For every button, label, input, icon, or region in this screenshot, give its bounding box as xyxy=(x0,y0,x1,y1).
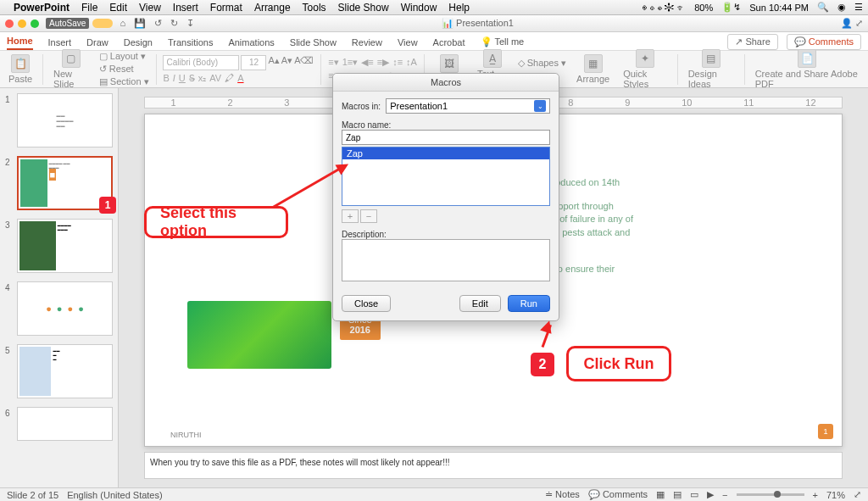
slide-thumb-1[interactable]: ▬▬▬▬▬▬▬▬ xyxy=(17,93,113,148)
tab-acrobat[interactable]: Acrobat xyxy=(433,35,465,50)
menu-insert[interactable]: Insert xyxy=(173,2,198,14)
notes-toggle[interactable]: ≐ Notes xyxy=(545,489,580,500)
font-size-input[interactable] xyxy=(241,55,266,70)
spacing-button[interactable]: AV xyxy=(209,73,221,84)
close-button[interactable]: Close xyxy=(342,295,391,312)
reset-button[interactable]: ↺ Reset xyxy=(99,64,149,75)
tab-view[interactable]: View xyxy=(398,35,418,50)
bullets-button[interactable]: ≡▾ xyxy=(328,57,338,68)
indent-dec-button[interactable]: ◀≡ xyxy=(361,57,373,68)
minimize-window-icon[interactable] xyxy=(18,19,26,28)
zoom-out-icon[interactable]: − xyxy=(722,490,727,500)
comments-toggle[interactable]: 💬 Comments xyxy=(588,489,648,500)
app-menu[interactable]: PowerPoint xyxy=(14,2,70,14)
macro-list-item-selected[interactable]: Zap xyxy=(342,148,549,159)
spotlight-icon[interactable]: 🔍 xyxy=(817,2,829,13)
tab-animations[interactable]: Animations xyxy=(228,35,274,50)
clock: Sun 10:44 PM xyxy=(749,3,809,13)
quick-styles-button[interactable]: ✦Quick Styles xyxy=(620,49,670,89)
zoom-window-icon[interactable] xyxy=(31,19,39,28)
adobe-pdf-button[interactable]: 📄Create and Share Adobe PDF xyxy=(752,49,863,89)
bold-button[interactable]: B xyxy=(163,73,169,84)
sub-button[interactable]: x₂ xyxy=(198,73,207,84)
slide-thumb-4[interactable]: ●●●● xyxy=(17,281,113,336)
indent-inc-button[interactable]: ≡▶ xyxy=(377,57,389,68)
menu-format[interactable]: Format xyxy=(210,2,242,14)
tell-me[interactable]: 💡 Tell me xyxy=(481,34,525,50)
add-macro-button[interactable]: + xyxy=(342,209,359,223)
slide-thumb-3[interactable]: ▬▬▬▬▬▬▬ xyxy=(17,219,113,273)
macro-name-input[interactable] xyxy=(342,130,550,145)
text-dir-button[interactable]: ↕A xyxy=(406,57,417,68)
menu-view[interactable]: View xyxy=(139,2,161,14)
menu-window[interactable]: Window xyxy=(401,2,437,14)
highlight-button[interactable]: 🖍 xyxy=(225,73,234,84)
slide-thumb-2[interactable]: ▬▬▬▬ ▬▬▬▬▬■ 1 xyxy=(17,156,113,210)
menu-file[interactable]: File xyxy=(81,2,97,14)
view-slideshow-icon[interactable]: ▶ xyxy=(707,489,714,500)
macro-list[interactable]: Zap xyxy=(342,147,550,206)
notes-pane[interactable]: When you try to save this file as a PDF,… xyxy=(144,452,843,479)
shapes-button[interactable]: ◇ Shapes ▾ xyxy=(518,58,566,69)
qat-more-icon[interactable]: ↧ xyxy=(186,18,194,29)
home-icon[interactable]: ⌂ xyxy=(120,18,125,29)
view-reading-icon[interactable]: ▭ xyxy=(690,489,698,500)
clear-format-icon[interactable]: A⌫ xyxy=(294,55,314,70)
slide-thumb-6[interactable] xyxy=(17,407,113,441)
font-color-button[interactable]: A xyxy=(237,73,243,84)
zoom-percent[interactable]: 71% xyxy=(826,490,845,500)
linespacing-button[interactable]: ↕≡ xyxy=(392,57,403,68)
comments-button[interactable]: 💬 Comments xyxy=(787,34,861,50)
redo-icon[interactable]: ↻ xyxy=(170,18,178,29)
strike-button[interactable]: S̶ xyxy=(189,73,195,84)
menu-slideshow[interactable]: Slide Show xyxy=(338,2,389,14)
design-ideas-button[interactable]: ▤Design Ideas xyxy=(685,49,737,89)
tab-transitions[interactable]: Transitions xyxy=(168,35,213,50)
window-right-icons[interactable]: 👤 ⤢ xyxy=(761,18,863,29)
tab-draw[interactable]: Draw xyxy=(86,35,108,50)
autosave-toggle[interactable] xyxy=(92,19,113,28)
menu-tools[interactable]: Tools xyxy=(303,2,326,14)
undo-icon[interactable]: ↺ xyxy=(154,18,162,29)
share-button[interactable]: ↗ Share xyxy=(727,34,777,50)
remove-macro-button[interactable]: − xyxy=(360,209,377,223)
tab-home[interactable]: Home xyxy=(7,33,33,50)
font-name-input[interactable] xyxy=(163,55,239,70)
section-button[interactable]: ▤ Section ▾ xyxy=(99,76,149,87)
tab-insert[interactable]: Insert xyxy=(48,35,72,50)
macros-in-select[interactable]: Presentation1⌄ xyxy=(386,98,550,114)
decrease-font-icon[interactable]: A▾ xyxy=(281,55,292,70)
save-icon[interactable]: 💾 xyxy=(134,18,146,29)
zoom-in-icon[interactable]: + xyxy=(813,490,818,500)
view-sorter-icon[interactable]: ▤ xyxy=(673,489,682,500)
paste-button[interactable]: 📋Paste xyxy=(5,54,36,84)
siri-icon[interactable]: ◉ xyxy=(837,2,846,13)
slide-thumb-5[interactable]: ▬▬▬▬ xyxy=(17,344,113,398)
numbers-button[interactable]: 1≡▾ xyxy=(342,57,359,68)
slide-thumbnails[interactable]: 1 ▬▬▬▬▬▬▬▬ 2 ▬▬▬▬ ▬▬▬▬▬■ 1 3 ▬▬▬▬▬▬▬ 4 ●… xyxy=(0,88,119,487)
new-slide-button[interactable]: ▢New Slide xyxy=(50,49,92,89)
annotation-step1-badge: 1 xyxy=(99,197,116,214)
tab-review[interactable]: Review xyxy=(352,35,382,50)
layout-button[interactable]: ▢ Layout ▾ xyxy=(99,51,149,62)
arrange-button[interactable]: ▦Arrange xyxy=(573,54,613,84)
zoom-slider[interactable] xyxy=(737,493,804,496)
menu-edit[interactable]: Edit xyxy=(109,2,127,14)
italic-button[interactable]: I xyxy=(173,73,175,84)
underline-button[interactable]: U xyxy=(179,73,186,84)
increase-font-icon[interactable]: A▴ xyxy=(268,55,279,70)
traffic-lights[interactable] xyxy=(5,19,39,28)
tab-design[interactable]: Design xyxy=(124,35,153,50)
close-window-icon[interactable] xyxy=(5,19,14,28)
fit-to-window-icon[interactable]: ⤢ xyxy=(854,489,861,500)
status-language[interactable]: English (United States) xyxy=(67,490,163,500)
run-button[interactable]: Run xyxy=(508,295,550,312)
tab-slideshow[interactable]: Slide Show xyxy=(290,35,337,50)
notif-icon[interactable]: ☰ xyxy=(854,2,863,13)
menu-help[interactable]: Help xyxy=(448,2,470,14)
dialog-title: Macros xyxy=(333,74,559,92)
menu-arrange[interactable]: Arrange xyxy=(254,2,291,14)
view-normal-icon[interactable]: ▦ xyxy=(656,489,665,500)
edit-button[interactable]: Edit xyxy=(459,295,501,312)
description-textarea[interactable] xyxy=(342,239,550,281)
